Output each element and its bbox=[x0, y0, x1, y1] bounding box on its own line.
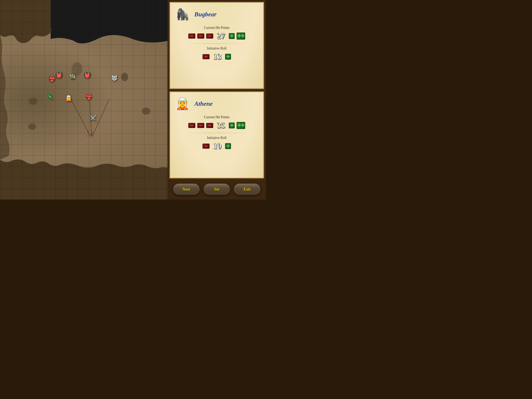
athene-portrait: 🧝 bbox=[174, 95, 191, 112]
token-bugbear2[interactable]: 👹 bbox=[56, 72, 62, 78]
bugbear-hp-value: 27 bbox=[215, 31, 227, 41]
bugbear-init-controls: 13 ✚ bbox=[174, 52, 260, 61]
bugbear-init-minus[interactable] bbox=[203, 54, 209, 59]
bugbear-hp-minus1[interactable] bbox=[188, 33, 195, 39]
athene-hp-plus-sm[interactable]: ✚ bbox=[229, 122, 235, 129]
athene-init-section: Initiative Roll 10 ✚ bbox=[174, 136, 260, 151]
next-button-label: Next bbox=[183, 187, 190, 192]
character-card-bugbear: 🦍 Bugbear Current Hit Points 27 ✚ ✚✚ Ini… bbox=[169, 1, 265, 90]
athene-hp-minus1[interactable] bbox=[188, 123, 195, 128]
set-button[interactable]: Set bbox=[203, 183, 230, 195]
athene-init-minus[interactable] bbox=[203, 144, 209, 149]
map-area: 👹 🧌 👹 👺 🦎 🧝 👺 🐺 ⚔️ 🏹 bbox=[0, 0, 167, 200]
bugbear-init-value: 13 bbox=[211, 52, 223, 61]
bugbear-hp-minus3[interactable] bbox=[206, 33, 213, 39]
bugbear-init-plus[interactable]: ✚ bbox=[225, 54, 231, 60]
athene-name: Athene bbox=[194, 100, 213, 107]
bugbear-name: Bugbear bbox=[194, 11, 216, 18]
next-button[interactable]: Next bbox=[173, 183, 200, 195]
exit-button[interactable]: Exit bbox=[234, 183, 261, 195]
bugbear-init-section: Initiative Roll 13 ✚ bbox=[174, 46, 260, 61]
athene-hp-minus3[interactable] bbox=[206, 123, 213, 128]
bugbear-hp-plus-lg[interactable]: ✚✚ bbox=[237, 32, 245, 39]
athene-init-label: Initiative Roll bbox=[174, 136, 260, 140]
athene-hp-label: Current Hit Points bbox=[174, 115, 260, 119]
set-button-label: Set bbox=[214, 187, 219, 192]
athene-init-plus[interactable]: ✚ bbox=[225, 143, 231, 149]
card-header-bugbear: 🦍 Bugbear bbox=[174, 6, 260, 23]
card-header-athene: 🧝 Athene bbox=[174, 95, 260, 112]
token-hero1[interactable]: ⚔️ bbox=[89, 115, 96, 121]
athene-hp-controls: 35 ✚ ✚✚ bbox=[174, 121, 260, 130]
token-bugbear3[interactable]: 🧌 bbox=[69, 73, 76, 79]
bottom-buttons-bar: Next Set Exit bbox=[169, 180, 265, 198]
athene-divider bbox=[182, 133, 251, 133]
bugbear-hp-plus-sm[interactable]: ✚ bbox=[229, 33, 235, 39]
token-goblin1[interactable]: 👺 bbox=[49, 76, 56, 82]
token-archer[interactable]: 🏹 bbox=[86, 130, 93, 137]
character-card-athene: 🧝 Athene Current Hit Points 35 ✚ ✚✚ Init… bbox=[169, 91, 265, 179]
token-wolf[interactable]: 🐺 bbox=[111, 75, 118, 81]
athene-hp-plus-lg[interactable]: ✚✚ bbox=[237, 122, 245, 129]
token-downed[interactable]: 🧝 bbox=[65, 95, 72, 102]
bugbear-hp-label: Current Hit Points bbox=[174, 26, 260, 30]
athene-hp-minus2[interactable] bbox=[197, 123, 204, 128]
bugbear-hp-minus2[interactable] bbox=[197, 33, 204, 39]
token-lizard[interactable]: 🦎 bbox=[47, 94, 54, 100]
token-bugbear1[interactable]: 👹 bbox=[84, 72, 90, 78]
right-panel: 🦍 Bugbear Current Hit Points 27 ✚ ✚✚ Ini… bbox=[167, 0, 266, 200]
athene-hp-value: 35 bbox=[215, 121, 227, 130]
token-goblin2[interactable]: 👺 bbox=[86, 94, 93, 100]
exit-button-label: Exit bbox=[244, 187, 251, 192]
bugbear-hp-section: Current Hit Points 27 ✚ ✚✚ bbox=[174, 26, 260, 41]
athene-init-controls: 10 ✚ bbox=[174, 142, 260, 151]
map-grid bbox=[0, 0, 167, 200]
athene-init-value: 10 bbox=[211, 142, 223, 151]
bugbear-portrait: 🦍 bbox=[174, 6, 191, 23]
bugbear-hp-controls: 27 ✚ ✚✚ bbox=[174, 31, 260, 41]
athene-hp-section: Current Hit Points 35 ✚ ✚✚ bbox=[174, 115, 260, 130]
bugbear-init-label: Initiative Roll bbox=[174, 46, 260, 51]
